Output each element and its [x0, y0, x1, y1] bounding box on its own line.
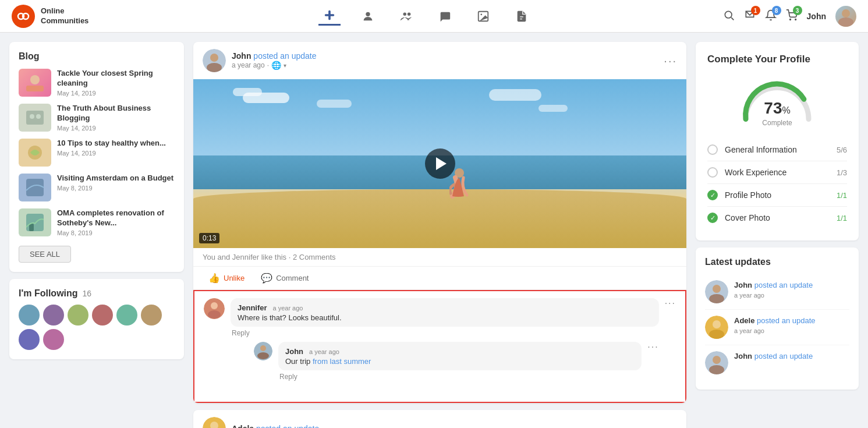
inbox-button[interactable]: 1: [744, 9, 756, 23]
svg-point-4: [366, 12, 370, 16]
nav-profile[interactable]: [357, 8, 379, 25]
logo-icon[interactable]: [12, 5, 35, 28]
play-button[interactable]: [425, 148, 455, 179]
svg-point-31: [211, 302, 218, 309]
comment-avatar-john-reply[interactable]: [254, 342, 272, 360]
post-actions: 👍 Unlike 💬 Comment: [193, 267, 686, 290]
cloud-3: [317, 100, 352, 108]
svg-point-21: [36, 114, 41, 119]
post-more-button-2[interactable]: ···: [664, 422, 677, 429]
svg-point-14: [795, 19, 796, 20]
search-button[interactable]: [723, 9, 735, 23]
profile-complete-title: Complete Your Profile: [707, 54, 847, 65]
post-avatar-adele[interactable]: [203, 417, 226, 428]
update-avatar-adele[interactable]: [705, 316, 728, 339]
svg-line-12: [731, 17, 734, 20]
blog-thumb-3: [19, 139, 51, 167]
gauge-pct-symbol: %: [782, 105, 790, 115]
notifications-button[interactable]: 8: [765, 9, 777, 23]
see-all-button[interactable]: SEE ALL: [19, 246, 71, 263]
comments-section: Jennifer a year ago Where is that? Looks…: [193, 290, 686, 403]
svg-point-15: [842, 9, 850, 17]
post-meta-2: Adele posted an update: [232, 424, 664, 428]
profile-item-photo[interactable]: Profile Photo 1/1: [707, 184, 847, 207]
post-avatar-john[interactable]: [203, 49, 226, 72]
comment-button[interactable]: 💬 Comment: [255, 269, 314, 287]
right-sidebar: Complete Your Profile 73% Complete: [696, 42, 859, 428]
update-avatar-john-2[interactable]: [705, 351, 728, 374]
svg-rect-18: [26, 86, 44, 91]
update-item-3: John posted an update: [705, 345, 849, 380]
comment-jennifer: Jennifer a year ago Where is that? Looks…: [204, 298, 676, 388]
blog-title-3: 10 Tips to stay healthy when...: [57, 139, 166, 148]
profile-item-work[interactable]: Work Experience 1/3: [707, 161, 847, 184]
comment-time-jennifer: a year ago: [272, 305, 303, 312]
reply-link-john[interactable]: Reply: [278, 373, 642, 381]
following-avatar-6[interactable]: [141, 305, 162, 326]
work-score: 1/3: [837, 168, 847, 177]
general-label: General Information: [725, 145, 837, 154]
update-author-john-2: John: [734, 352, 752, 360]
svg-point-32: [208, 310, 221, 319]
post-header-1: John posted an update a year ago · 🌐 ▾ ·…: [193, 42, 686, 79]
inbox-badge: 1: [751, 6, 760, 15]
nav-add[interactable]: [318, 6, 341, 26]
post-more-button-1[interactable]: ···: [664, 54, 677, 68]
dropdown-icon: ▾: [284, 62, 286, 69]
profile-item-general[interactable]: General Information 5/6: [707, 139, 847, 161]
nav-document[interactable]: [511, 8, 533, 25]
post-likes: You and Jennifer like this · 2 Comments: [193, 248, 686, 267]
profile-item-cover[interactable]: Cover Photo 1/1: [707, 207, 847, 229]
unlike-button[interactable]: 👍 Unlike: [203, 269, 250, 287]
update-author-john-1: John: [734, 281, 752, 289]
update-text-1: John posted an update a year ago: [734, 280, 813, 299]
following-title: I'm Following: [19, 288, 78, 299]
comment-avatar-jennifer[interactable]: [204, 298, 225, 319]
comment-author-john-reply: John: [285, 347, 303, 356]
comment-more-jennifer[interactable]: ···: [665, 298, 676, 388]
main-layout: Blog Tackle Your closest Spring cleaning…: [0, 33, 868, 428]
following-avatar-1[interactable]: [19, 305, 40, 326]
svg-point-5: [403, 12, 406, 15]
blog-title-5: OMA completes renovation of Sotheby's Ne…: [57, 208, 175, 228]
blog-title-1: Tackle Your closest Spring cleaning: [57, 69, 175, 89]
following-avatar-2[interactable]: [43, 305, 64, 326]
svg-point-43: [713, 320, 721, 328]
post-header-2: Adele posted an update ···: [193, 410, 686, 428]
cover-radio: [707, 213, 718, 223]
beach-figure: [449, 167, 470, 201]
center-feed: John posted an update a year ago · 🌐 ▾ ·…: [193, 42, 686, 428]
header: Online Communities 1: [0, 0, 868, 33]
user-avatar[interactable]: [835, 6, 856, 27]
comment-bubble-john-reply: John a year ago Our trip from last summe…: [278, 342, 642, 370]
comment-body-john-reply: John a year ago Our trip from last summe…: [278, 342, 642, 381]
profile-complete-card: Complete Your Profile 73% Complete: [696, 42, 859, 240]
reply-link-jennifer[interactable]: Reply: [231, 329, 659, 337]
following-avatar-3[interactable]: [68, 305, 88, 326]
following-avatar-5[interactable]: [116, 305, 137, 326]
comment-more-john[interactable]: ···: [647, 342, 658, 381]
highlight-text: from last summer: [313, 357, 371, 366]
comment-icon: 💬: [261, 273, 272, 284]
notifications-badge: 8: [772, 6, 781, 15]
following-avatar-7[interactable]: [19, 329, 40, 350]
blog-item-3[interactable]: 10 Tips to stay healthy when... May 14, …: [19, 139, 175, 167]
following-avatar-4[interactable]: [92, 305, 113, 326]
nav-media[interactable]: [472, 8, 494, 25]
nav-chat[interactable]: [434, 8, 456, 25]
blog-date-1: May 14, 2019: [57, 90, 175, 97]
blog-item-4[interactable]: Visiting Amsterdam on a Budget May 8, 20…: [19, 174, 175, 201]
thumbsup-icon: 👍: [208, 273, 220, 284]
following-avatar-8[interactable]: [43, 329, 64, 350]
blog-item-2[interactable]: The Truth About Business Blogging May 14…: [19, 104, 175, 132]
nav-people[interactable]: [395, 8, 417, 25]
work-label: Work Experience: [725, 168, 837, 177]
blog-item-5[interactable]: OMA completes renovation of Sotheby's Ne…: [19, 208, 175, 236]
cloud-5: [538, 105, 568, 112]
blog-item-1[interactable]: Tackle Your closest Spring cleaning May …: [19, 69, 175, 97]
update-avatar-john-1[interactable]: [705, 280, 728, 303]
post-author-1: John: [232, 51, 251, 61]
svg-point-20: [30, 114, 34, 119]
cart-button[interactable]: 3: [786, 9, 798, 23]
main-nav: [128, 6, 723, 26]
